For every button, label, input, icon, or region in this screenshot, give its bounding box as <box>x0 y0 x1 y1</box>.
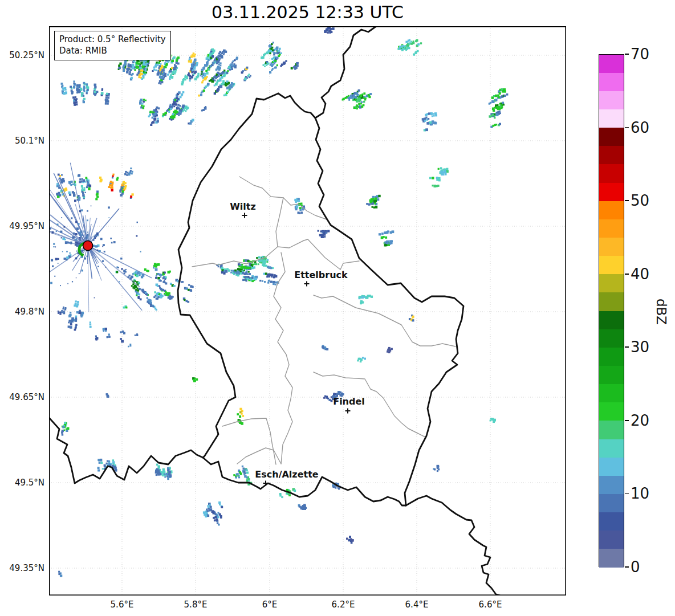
echo-pixel <box>372 206 373 208</box>
clutter-speckle <box>97 266 99 268</box>
echo-pixel <box>506 93 509 96</box>
echo-pixel <box>353 94 355 96</box>
echo-pixel <box>239 272 242 275</box>
echo-pixel <box>197 73 200 75</box>
echo-pixel <box>132 73 134 75</box>
colorbar-tick-label: 40 <box>631 265 670 283</box>
echo-pixel <box>110 181 112 183</box>
echo-pixel <box>238 266 241 268</box>
echo-pixel <box>408 42 410 44</box>
clutter-speckle <box>120 258 123 260</box>
echo-pixel <box>215 519 218 521</box>
echo-pixel <box>82 194 84 197</box>
echo-pixel <box>237 274 239 276</box>
echo-pixel <box>74 80 75 82</box>
clutter-speckle <box>75 239 77 240</box>
echo-pixel <box>295 208 298 210</box>
echo-pixel <box>234 59 235 61</box>
clutter-speckle <box>62 251 63 252</box>
echo-pixel <box>77 301 79 303</box>
echo-pixel <box>83 85 85 87</box>
echo-pixel <box>141 105 143 107</box>
echo-pixel <box>73 194 76 197</box>
echo-pixel <box>90 321 91 323</box>
echo-pixel <box>388 351 391 353</box>
echo-pixel <box>141 276 143 278</box>
echo-pixel <box>186 77 188 80</box>
echo-pixel <box>327 230 330 232</box>
echo-pixel <box>160 296 162 299</box>
echo-pixel <box>445 173 447 176</box>
echo-pixel <box>387 242 389 244</box>
echo-pixel <box>262 280 263 282</box>
echo-pixel <box>233 83 234 85</box>
echo-pixel <box>322 236 324 238</box>
echo-pixel <box>129 275 131 276</box>
echo-pixel <box>129 73 131 75</box>
echo-pixel <box>214 516 217 518</box>
echo-pixel <box>96 195 99 198</box>
echo-pixel <box>139 67 142 70</box>
echo-pixel <box>157 118 158 120</box>
echo-pixel <box>169 475 172 478</box>
echo-pixel <box>153 296 155 298</box>
echo-pixel <box>256 257 258 259</box>
echo-pixel <box>103 331 105 332</box>
echo-pixel <box>94 91 96 93</box>
echo-pixel <box>207 61 209 63</box>
echo-pixel <box>497 104 498 106</box>
echo-pixel <box>155 63 157 66</box>
colorbar-tick-mark <box>625 54 629 55</box>
echo-pixel <box>266 261 268 263</box>
echo-pixel <box>205 70 207 72</box>
echo-pixel <box>189 80 191 81</box>
echo-pixel <box>251 267 254 270</box>
echo-pixel <box>163 72 165 74</box>
echo-pixel <box>107 336 108 338</box>
echo-pixel <box>377 198 379 201</box>
echo-pixel <box>357 360 359 361</box>
echo-pixel <box>258 256 260 259</box>
echo-pixel <box>391 242 392 244</box>
echo-pixel <box>112 182 113 183</box>
echo-pixel <box>230 272 232 274</box>
clutter-speckle <box>87 232 88 233</box>
echo-pixel <box>190 289 193 292</box>
echo-pixel <box>495 95 498 97</box>
echo-pixel <box>156 115 158 116</box>
echo-pixel <box>189 75 192 77</box>
clutter-speckle <box>96 233 99 235</box>
echo-pixel <box>363 104 365 107</box>
echo-pixel <box>156 294 158 296</box>
echo-pixel <box>437 466 439 468</box>
echo-pixel <box>348 99 350 101</box>
echo-pixel <box>189 59 191 61</box>
echo-pixel <box>446 168 448 170</box>
echo-pixel <box>335 487 336 489</box>
clutter-speckle <box>81 209 83 211</box>
echo-pixel <box>298 200 300 202</box>
echo-pixel <box>196 62 198 64</box>
echo-pixel <box>100 460 102 462</box>
echo-pixel <box>169 271 171 273</box>
echo-pixel <box>120 331 121 333</box>
echo-pixel <box>140 107 143 109</box>
clutter-speckle <box>136 235 137 237</box>
echo-pixel <box>349 536 351 538</box>
echo-pixel <box>269 71 271 74</box>
echo-pixel <box>222 80 225 83</box>
clutter-speckle <box>87 210 88 212</box>
echo-pixel <box>364 96 365 97</box>
echo-pixel <box>205 64 208 67</box>
echo-pixel <box>81 92 84 95</box>
clutter-speckle <box>75 258 78 260</box>
echo-pixel <box>124 182 127 185</box>
echo-pixel <box>64 87 67 89</box>
echo-pixel <box>123 332 125 334</box>
echo-pixel <box>105 103 107 105</box>
echo-pixel <box>276 47 279 50</box>
clutter-speckle <box>67 283 68 284</box>
echo-pixel <box>343 98 345 100</box>
echo-pixel <box>161 65 163 67</box>
colorbar-tick-mark <box>625 200 629 201</box>
